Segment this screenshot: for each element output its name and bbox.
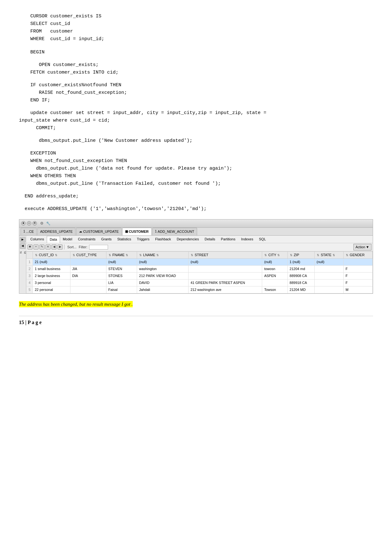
col-state[interactable]: ⇅ STATE ⇅ [315, 251, 344, 258]
left-panel-icon-1[interactable]: ▶ [20, 237, 26, 243]
cell-city[interactable]: towosn [262, 265, 287, 272]
toolbar-prev-btn[interactable]: ◀ [51, 244, 57, 250]
cell-city[interactable]: ASPEN [262, 272, 287, 279]
cell-state[interactable]: (null) [315, 258, 344, 265]
cell-zip[interactable]: 21204 md [287, 265, 315, 272]
row-number[interactable]: 1 [27, 258, 33, 265]
tab-customer[interactable]: ▦ CUSTOMER [122, 228, 152, 235]
row-number[interactable]: 3 [27, 272, 33, 279]
row-number[interactable]: 4 [27, 279, 33, 286]
subtab-indexes[interactable]: Indexes [238, 236, 256, 243]
cell-fname[interactable]: LIA [106, 279, 137, 286]
cell-state[interactable] [315, 286, 344, 293]
subtab-model[interactable]: Model [60, 236, 75, 243]
cell-fname[interactable]: Faisal [106, 286, 137, 293]
cell-street[interactable]: 41 GREEN PARK STREET ASPEN [189, 279, 262, 286]
subtab-statistics[interactable]: Statistics [114, 236, 134, 243]
subtab-data[interactable]: Data [47, 236, 60, 243]
cell-gender[interactable]: F [344, 272, 373, 279]
table-row[interactable]: 21 small businessJIASTEVENwashingtontowo… [27, 265, 373, 272]
titlebar-btn-2[interactable]: – [27, 221, 31, 226]
cell-street[interactable]: (null) [189, 258, 262, 265]
cell-cust-type[interactable]: DIA [70, 272, 106, 279]
col-fname[interactable]: ⇅ FNAME ⇅ [106, 251, 137, 258]
sort-icon-cust-id2: ⇅ [55, 254, 57, 257]
col-cust-type[interactable]: ⇅ CUST_TYPE [70, 251, 106, 258]
subtab-constraints[interactable]: Constraints [75, 236, 99, 243]
toolbar-edit-btn[interactable]: ✎ [39, 244, 45, 250]
table-row[interactable]: 43 personalLIADAVID41 GREEN PARK STREET … [27, 279, 373, 286]
cell-cust-id[interactable]: 21 (null) [33, 258, 70, 265]
cell-street[interactable]: 212 washington ave [189, 286, 262, 293]
col-zip[interactable]: ⇅ ZIP [287, 251, 315, 258]
cell-cust-id[interactable]: 3 personal [33, 279, 70, 286]
cell-lname[interactable]: DAVID [137, 279, 189, 286]
toolbar-delete-btn[interactable]: ✕ [45, 244, 51, 250]
cell-lname[interactable]: Jahdali [137, 286, 189, 293]
subtab-triggers[interactable]: Triggers [134, 236, 152, 243]
subtab-columns[interactable]: Columns [27, 236, 47, 243]
subtab-grants[interactable]: Grants [98, 236, 114, 243]
cell-zip[interactable]: 21204 MD [287, 286, 315, 293]
cell-street[interactable] [189, 265, 262, 272]
col-gender[interactable]: ⇅ GENDER [344, 251, 373, 258]
cell-fname[interactable]: STEVEN [106, 265, 137, 272]
cell-lname[interactable]: (null) [137, 258, 189, 265]
cell-fname[interactable]: (null) [106, 258, 137, 265]
cell-state[interactable] [315, 279, 344, 286]
cell-cust-type[interactable] [70, 279, 106, 286]
col-street[interactable]: ⇅ STREET [189, 251, 262, 258]
tab-customer-update[interactable]: ☁ CUSTOMER_UPDATE [76, 228, 122, 235]
table-row[interactable]: 32 large businessDIASTONES212 PARK VIEW … [27, 272, 373, 279]
row-number[interactable]: 5 [27, 286, 33, 293]
col-cust-id[interactable]: ⇅ CUST_ID ⇅ [33, 251, 70, 258]
cell-gender[interactable]: F [344, 279, 373, 286]
table-row[interactable]: 522 personalFaisalJahdali212 washington … [27, 286, 373, 293]
cell-zip[interactable]: 1 (null) [287, 258, 315, 265]
left-panel-icon-2[interactable]: ◀ [20, 243, 26, 249]
cell-street[interactable] [189, 272, 262, 279]
sort-icon-state: ⇅ [317, 254, 319, 257]
titlebar-btn-1[interactable]: ● [21, 221, 26, 226]
cell-city[interactable]: (null) [262, 258, 287, 265]
subtab-sql[interactable]: SQL [256, 236, 269, 243]
cell-zip[interactable]: 889918 CA [287, 279, 315, 286]
cell-cust-id[interactable]: 2 large business [33, 272, 70, 279]
cell-gender[interactable]: F [344, 265, 373, 272]
tab-address-update[interactable]: ADDRESS_UPDATE [37, 228, 75, 235]
cell-city[interactable] [262, 279, 287, 286]
col-lname[interactable]: ⇅ LNAME ⇅ [137, 251, 189, 258]
sort-icon-state2: ⇅ [333, 254, 335, 257]
cell-fname[interactable]: STONES [106, 272, 137, 279]
subtab-details[interactable]: Details [202, 236, 218, 243]
toolbar-refresh-btn[interactable]: ✱ [27, 244, 33, 250]
cell-cust-type[interactable] [70, 286, 106, 293]
toolbar-next-btn[interactable]: ▶ [57, 244, 63, 250]
row-number[interactable]: 2 [27, 265, 33, 272]
subtab-dependencies[interactable]: Dependencies [174, 236, 202, 243]
subtab-flashback[interactable]: Flashback [152, 236, 174, 243]
cell-lname[interactable]: washington [137, 265, 189, 272]
table-row[interactable]: 121 (null)(null)(null)(null)(null)1 (nul… [27, 258, 373, 265]
cell-cust-id[interactable]: 22 personal [33, 286, 70, 293]
cell-cust-type[interactable] [70, 258, 106, 265]
cell-state[interactable] [315, 272, 344, 279]
tab-add-new-account[interactable]: 1 ADD_NEW_ACCOUNT [152, 228, 197, 235]
subtab-partitions[interactable]: Partitions [218, 236, 238, 243]
cell-lname[interactable]: 212 PARK VIEW ROAD [137, 272, 189, 279]
sort-label[interactable]: Sort... [67, 244, 76, 250]
cell-state[interactable] [315, 265, 344, 272]
cell-cust-type[interactable]: JIA [70, 265, 106, 272]
action-button[interactable]: Action ▼ [353, 244, 371, 250]
db-window: ● – ✕ ⚙ 🔧 1 ...CE ADDRESS_UPDATE ☁ CUSTO… [19, 219, 373, 294]
cell-cust-id[interactable]: 1 small business [33, 265, 70, 272]
toolbar-add-btn[interactable]: + [33, 244, 39, 250]
cell-zip[interactable]: 889908 CA [287, 272, 315, 279]
cell-gender[interactable] [344, 258, 373, 265]
col-city[interactable]: ⇅ CITY ⇅ [262, 251, 287, 258]
titlebar-btn-3[interactable]: ✕ [33, 221, 37, 226]
cell-city[interactable]: Towson [262, 286, 287, 293]
filter-input[interactable] [89, 245, 108, 250]
cell-gender[interactable]: M [344, 286, 373, 293]
tab-ce[interactable]: 1 ...CE [21, 228, 37, 235]
